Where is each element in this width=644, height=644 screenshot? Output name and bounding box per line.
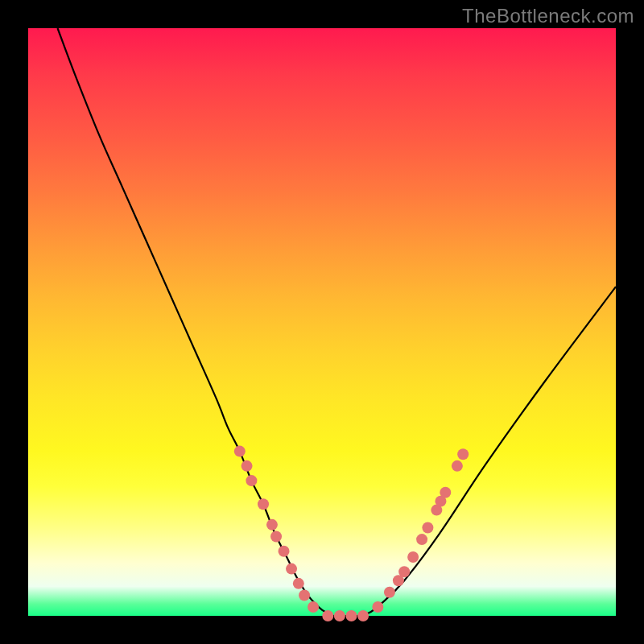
- chart-frame: TheBottleneck.com: [0, 0, 644, 644]
- data-marker: [279, 546, 290, 557]
- data-marker: [334, 610, 345, 621]
- data-marker: [357, 610, 369, 621]
- data-marker: [270, 530, 282, 542]
- data-marker: [286, 564, 297, 575]
- data-marker: [398, 566, 410, 577]
- data-marker: [440, 487, 451, 498]
- data-marker: [457, 448, 469, 460]
- data-marker: [308, 601, 319, 613]
- data-marker: [258, 498, 269, 510]
- data-marker: [452, 460, 463, 472]
- data-markers: [234, 446, 469, 621]
- data-marker: [422, 522, 433, 534]
- data-marker: [384, 587, 395, 598]
- watermark-text: TheBottleneck.com: [462, 5, 634, 27]
- bottleneck-curve-path: [58, 28, 617, 617]
- data-marker: [246, 475, 257, 486]
- data-marker: [407, 551, 419, 563]
- data-marker: [346, 610, 357, 621]
- data-marker: [322, 610, 333, 621]
- data-marker: [416, 534, 427, 545]
- data-marker: [372, 601, 383, 613]
- data-marker: [266, 519, 278, 530]
- data-marker: [293, 578, 304, 589]
- data-marker: [242, 460, 253, 472]
- data-marker: [234, 446, 246, 457]
- data-marker: [299, 589, 310, 601]
- bottleneck-curve: [58, 28, 617, 617]
- chart-overlay: [0, 0, 644, 644]
